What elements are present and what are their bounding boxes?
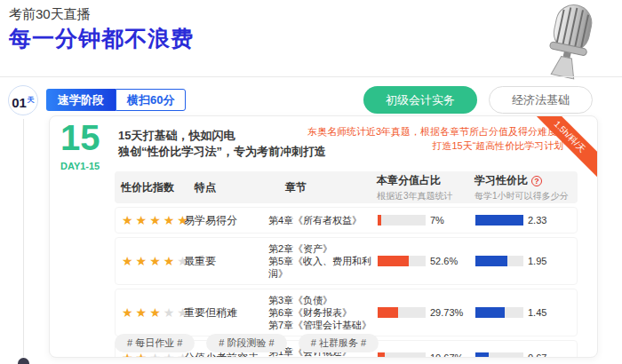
score-share-value: 52.6% xyxy=(430,256,458,266)
column-label-text: 章节 xyxy=(285,181,307,194)
note-line-2: 打造15天“超高性价比学习计划” xyxy=(307,138,567,153)
chapter-line: 第7章《管理会计基础》 xyxy=(268,319,378,331)
learn-ratio-value: 1.95 xyxy=(528,256,546,266)
header-divider xyxy=(0,76,622,77)
help-question-icon[interactable]: ? xyxy=(531,176,542,186)
score-share-cell: 52.6% xyxy=(378,256,475,266)
service-tag-3[interactable]: # 社群服务 # xyxy=(299,334,379,352)
chapter-cell: 第2章《资产》第5章《收入、费用和利润》 xyxy=(268,242,378,280)
score-share-bar xyxy=(378,256,426,266)
service-tags: # 每日作业 ## 阶段测验 ## 社群服务 # xyxy=(115,334,379,352)
stage-unit: 天 xyxy=(28,96,35,104)
column-header-3: 章节 xyxy=(267,180,377,195)
star-filled-icon: ★ xyxy=(149,213,163,227)
star-filled-icon: ★ xyxy=(149,305,163,320)
subject-tab-1[interactable]: 初级会计实务 xyxy=(363,86,477,114)
learn-ratio-bar xyxy=(475,215,523,226)
star-filled-icon: ★ xyxy=(163,254,178,268)
rating-cell: ★★★★★ xyxy=(116,213,184,227)
score-share-fill xyxy=(378,307,398,318)
feature-cell: 最重要 xyxy=(184,254,268,269)
score-share-bar xyxy=(378,215,426,226)
star-rating: ★★★★★ xyxy=(122,213,184,227)
column-label: 学习性价比? xyxy=(474,173,578,188)
headline-line-2: 独创“性价比学习法”，专为考前冲刺打造 xyxy=(118,144,326,160)
column-label-text: 性价比指数 xyxy=(121,181,174,194)
score-share-value: 29.73% xyxy=(430,307,463,318)
star-rating: ★★★★★ xyxy=(122,305,184,320)
stage-badges: 速学阶段 横扫60分 xyxy=(46,89,186,111)
table-header: 性价比指数特点章节本章分值占比根据近3年真题统计学习性价比?每学1小时可以得多少… xyxy=(115,171,578,203)
chapter-line: 第4章《所有者权益》 xyxy=(268,214,378,226)
chapter-line: 第3章《负债》 xyxy=(268,294,378,306)
star-filled-icon: ★ xyxy=(136,213,150,227)
feature-cell: 易学易得分 xyxy=(184,213,268,228)
page-title: 每一分钟都不浪费 xyxy=(9,24,194,53)
star-filled-icon: ★ xyxy=(149,254,163,268)
learn-ratio-cell: 2.33 xyxy=(475,215,577,226)
learn-ratio-fill xyxy=(475,307,505,318)
score-share-bar xyxy=(378,352,426,358)
column-label: 章节 xyxy=(285,180,377,195)
score-share-cell: 10.67% xyxy=(378,352,475,358)
chapter-cell: 第4章《所有者权益》 xyxy=(268,214,378,226)
learn-ratio-bar xyxy=(475,256,523,266)
stage-timeline-line xyxy=(23,119,24,357)
table-row: ★★★★★最重要第2章《资产》第5章《收入、费用和利润》52.6%1.95 xyxy=(115,237,578,285)
chapter-line: 第5章《收入、费用和利润》 xyxy=(268,255,378,280)
learn-ratio-value: 0.67 xyxy=(528,352,546,358)
subject-tab-2[interactable]: 经济法基础 xyxy=(489,86,593,114)
score-share-value: 10.67% xyxy=(430,352,463,358)
learn-ratio-cell: 0.67 xyxy=(475,352,577,358)
star-rating: ★★★★★ xyxy=(122,254,184,268)
learn-ratio-fill xyxy=(475,256,507,266)
feature-label: 易学易得分 xyxy=(184,213,268,228)
column-label-text: 学习性价比 xyxy=(474,174,528,186)
score-share-cell: 29.73% xyxy=(378,307,475,318)
chapter-line: 第6章《财务报表》 xyxy=(268,306,378,319)
table-row: ★★★★★易学易得分第4章《所有者权益》7%2.33 xyxy=(115,207,578,233)
column-label-text: 特点 xyxy=(195,181,216,194)
score-share-bar xyxy=(378,307,426,318)
stage-phase-badge: 速学阶段 xyxy=(46,89,116,111)
note-line-1: 东奥名师统计近3年真题，根据各章节所占分值及得分难度， xyxy=(307,124,567,138)
learn-ratio-value: 1.45 xyxy=(528,307,546,318)
learn-ratio-cell: 1.95 xyxy=(475,256,577,266)
score-share-fill xyxy=(378,215,381,226)
day-count: 15 xyxy=(60,118,100,158)
star-filled-icon: ★ xyxy=(163,213,178,227)
stage-goal-badge: 横扫60分 xyxy=(116,89,186,111)
column-label: 特点 xyxy=(195,180,267,195)
score-share-cell: 7% xyxy=(378,215,475,226)
learn-ratio-fill xyxy=(475,215,523,226)
day-range: DAY1-15 xyxy=(60,161,100,171)
teacher-note: 东奥名师统计近3年真题，根据各章节所占分值及得分难度， 打造15天“超高性价比学… xyxy=(307,124,567,153)
star-filled-icon: ★ xyxy=(136,305,150,320)
stage-plan-card: 15 DAY1-15 15天打基础，快如闪电 独创“性价比学习法”，专为考前冲刺… xyxy=(49,115,598,358)
star-filled-icon: ★ xyxy=(122,254,136,268)
column-header-4: 本章分值占比根据近3年真题统计 xyxy=(377,173,474,202)
chapter-table: 性价比指数特点章节本章分值占比根据近3年真题统计学习性价比?每学1小时可以得多少… xyxy=(115,171,578,358)
next-stage-stub xyxy=(18,358,29,364)
star-empty-icon: ★ xyxy=(163,305,178,320)
score-share-fill xyxy=(378,256,409,266)
rating-cell: ★★★★★ xyxy=(116,305,184,320)
score-share-value: 7% xyxy=(430,215,444,226)
star-filled-icon: ★ xyxy=(122,213,136,227)
column-label: 性价比指数 xyxy=(121,180,183,195)
microphone-icon xyxy=(528,0,617,83)
service-tag-1[interactable]: # 每日作业 # xyxy=(115,334,195,352)
feature-label: 最重要 xyxy=(184,254,268,269)
subject-tabs: 初级会计实务经济法基础 xyxy=(363,86,593,114)
service-tag-2[interactable]: # 阶段测验 # xyxy=(206,334,286,352)
column-header-2: 特点 xyxy=(183,180,267,195)
feature-cell: 重要但稍难 xyxy=(184,305,268,320)
score-share-fill xyxy=(378,352,385,358)
column-header-5: 学习性价比?每学1小时可以得多少分 xyxy=(474,173,578,202)
rating-cell: ★★★★★ xyxy=(116,254,184,268)
table-row: ★★★★★重要但稍难第3章《负债》第6章《财务报表》第7章《管理会计基础》29.… xyxy=(115,289,578,336)
learn-ratio-cell: 1.45 xyxy=(475,307,577,318)
column-subtitle: 每学1小时可以得多少分 xyxy=(474,190,578,202)
learn-ratio-bar xyxy=(475,307,523,318)
chapter-line: 第2章《资产》 xyxy=(268,242,378,255)
